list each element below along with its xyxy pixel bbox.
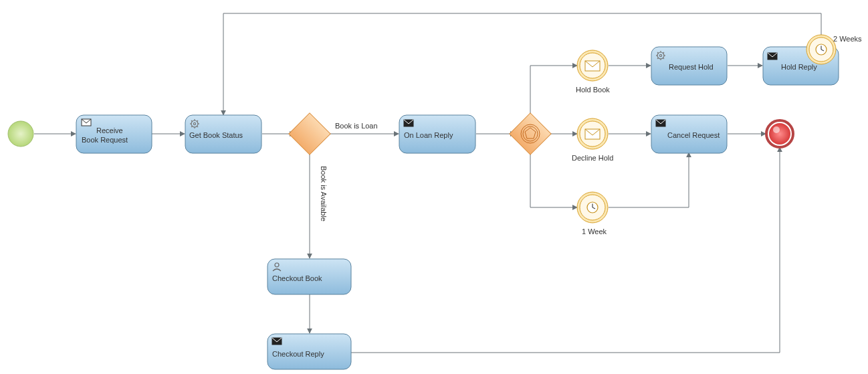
task-get-book-status: Get Book Status — [185, 115, 261, 153]
edge-label-available: Book is Available — [320, 166, 328, 221]
clock-icon — [587, 202, 598, 213]
svg-text:Get Book Status: Get Book Status — [189, 131, 243, 139]
task-cancel-request: Cancel Request — [651, 115, 727, 153]
svg-point-52 — [769, 123, 790, 145]
envelope-icon — [585, 61, 600, 71]
gateway-exclusive — [289, 113, 330, 155]
svg-text:Hold Book: Hold Book — [576, 86, 610, 94]
svg-text:On Loan Reply: On Loan Reply — [404, 131, 453, 139]
bpmn-diagram: Book is Loan Book is Available Receive B… — [0, 0, 868, 374]
flow-g2-holdbook — [530, 66, 577, 118]
svg-text:1 Week: 1 Week — [582, 227, 607, 236]
flow-g2-oneweek — [530, 149, 577, 207]
task-request-hold: Request Hold — [651, 47, 727, 85]
event-one-week: 1 Week — [577, 192, 608, 236]
message-icon — [82, 119, 91, 126]
flow-oneweek-cancel — [609, 153, 689, 207]
start-event — [8, 121, 33, 147]
end-event — [766, 120, 793, 147]
svg-text:Book Request: Book Request — [82, 136, 128, 144]
event-decline-hold: Decline Hold — [572, 118, 613, 162]
svg-text:Checkout Book: Checkout Book — [272, 274, 322, 282]
message-filled-icon — [656, 120, 665, 126]
svg-text:Decline Hold: Decline Hold — [572, 154, 613, 162]
svg-point-53 — [773, 126, 780, 133]
svg-rect-34 — [289, 113, 330, 155]
svg-text:Receive: Receive — [96, 126, 123, 134]
clock-icon — [816, 44, 827, 55]
svg-text:Cancel Request: Cancel Request — [667, 131, 720, 139]
svg-text:2 Weeks: 2 Weeks — [833, 35, 862, 43]
gateway-event-based — [510, 113, 551, 155]
edge-label-loan: Book is Loan — [335, 122, 378, 130]
flow-checkoutreply-end — [351, 147, 780, 353]
task-receive-book-request: Receive Book Request — [76, 115, 152, 153]
envelope-icon — [585, 129, 600, 139]
task-checkout-reply: Checkout Reply — [267, 334, 351, 369]
svg-rect-35 — [510, 113, 551, 155]
message-filled-icon — [404, 120, 413, 126]
task-on-loan-reply: On Loan Reply — [399, 115, 475, 153]
message-filled-icon — [768, 53, 777, 60]
task-checkout-book: Checkout Book — [267, 259, 351, 294]
flow-twoweeks-getstatus — [223, 13, 821, 115]
svg-text:Hold Reply: Hold Reply — [781, 63, 817, 71]
svg-text:Request Hold: Request Hold — [669, 63, 714, 71]
svg-text:Checkout Reply: Checkout Reply — [272, 350, 324, 358]
message-filled-icon — [272, 338, 282, 345]
event-hold-book: Hold Book — [576, 50, 610, 94]
